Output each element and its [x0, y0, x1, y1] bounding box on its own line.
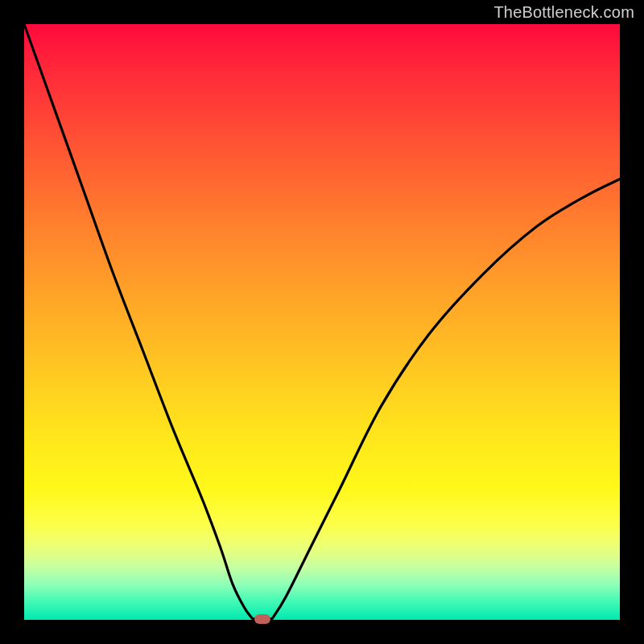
watermark-text: TheBottleneck.com [493, 3, 634, 22]
plot-area [24, 24, 620, 620]
chart-frame: TheBottleneck.com [0, 0, 644, 644]
bottleneck-curve [24, 24, 620, 620]
bottleneck-marker [254, 614, 270, 624]
